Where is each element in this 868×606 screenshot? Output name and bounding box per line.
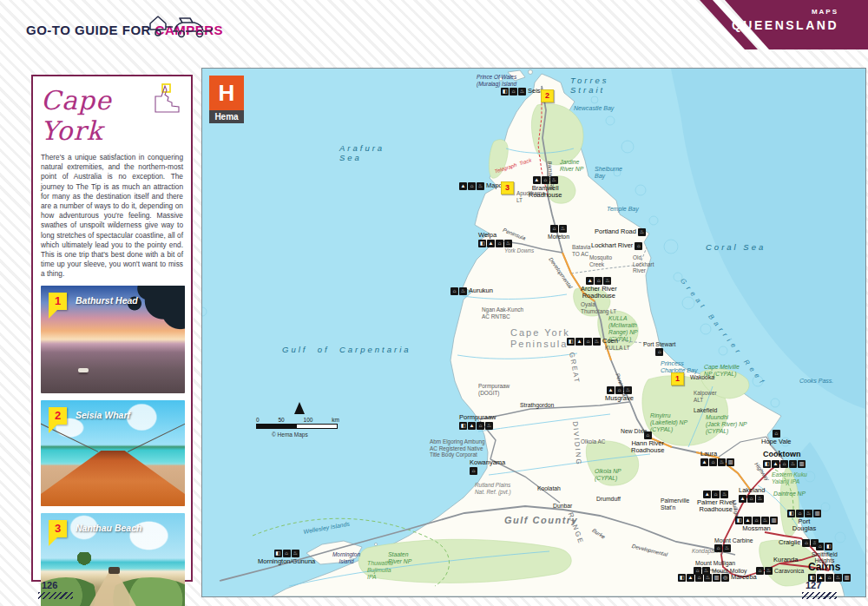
picnic-icon: ♨ bbox=[834, 574, 842, 582]
map-highlight-marker: 2 bbox=[541, 89, 554, 102]
map-label: Kalpower ALT bbox=[694, 390, 717, 403]
map-label: Jardine River NP bbox=[560, 159, 583, 173]
map-label: Newcastle Bay bbox=[574, 105, 614, 112]
map-town: Cooktown◧▲⌂♨▥ bbox=[763, 451, 806, 468]
map-label: KULLA LT bbox=[605, 345, 630, 352]
map-label: Olkola AC bbox=[581, 438, 605, 445]
page-number-hatch bbox=[38, 592, 73, 599]
caravan-icon: ⌂ bbox=[550, 225, 558, 233]
map-town: ◧▲⌂♨▥◎Mareeba bbox=[678, 574, 757, 582]
town-label: Laura bbox=[700, 451, 717, 458]
map-label: Developmental bbox=[631, 543, 668, 557]
page-title-prefix: GO-TO GUIDE FOR bbox=[26, 23, 155, 37]
caravan-icon: ⌂ bbox=[695, 574, 703, 582]
town-label: Mornington/Gununa bbox=[258, 558, 315, 565]
map-town: ◧⌂♨Seisia bbox=[501, 88, 545, 96]
picnic-icon: ♨ bbox=[761, 517, 769, 524]
picnic-icon: ♨ bbox=[704, 574, 712, 582]
poi-icon-row: ◧▲⌂♨▥◎ bbox=[678, 574, 729, 582]
highlight-label: Nanthau Beach bbox=[76, 523, 141, 533]
town-label: Musgrave bbox=[605, 395, 634, 402]
poi-icon-row: ▲⌂♨ bbox=[703, 491, 728, 498]
picnic-icon: ♨ bbox=[702, 567, 710, 575]
picnic-icon: ♨ bbox=[723, 544, 731, 552]
intro-paragraph: There's a unique satisfaction in conquer… bbox=[41, 153, 183, 279]
map-label: Rutland Plains Nat. Ref. (pvt.) bbox=[475, 482, 511, 495]
poi-icon-row: ♨ bbox=[638, 228, 646, 236]
beach-car bbox=[108, 567, 120, 574]
map-label: Telegraph Track bbox=[494, 157, 532, 175]
picnic-icon: ♨ bbox=[720, 491, 728, 498]
town-label: Kowanyama bbox=[470, 459, 505, 466]
sidebar-card: Cape York There's a unique satisfaction … bbox=[31, 75, 193, 582]
fuel-icon: ◧ bbox=[459, 422, 467, 430]
caravan-icon: ⌂ bbox=[756, 567, 764, 575]
map-copyright: © Hema Maps bbox=[272, 431, 360, 438]
poi-icon-row: ▲⌂♨ bbox=[739, 495, 764, 503]
map-label: Prince Of Wales (Muralag) Island bbox=[477, 74, 516, 87]
map-label: Lakefield bbox=[694, 407, 717, 414]
wharf-rail-right bbox=[127, 423, 185, 452]
caravan-icon: ⌂ bbox=[468, 182, 476, 190]
town-label: Mossman bbox=[742, 525, 771, 532]
caravan-icon: ⌂ bbox=[644, 431, 652, 439]
town-label: Lockhart River bbox=[591, 242, 633, 249]
poi-icon-row: ⌂ bbox=[773, 430, 780, 438]
caravan-icon: ⌂ bbox=[816, 543, 824, 550]
map-town: Weipa◧▲⌂♨ bbox=[478, 232, 512, 247]
map-town: Pormpuraaw◧▲⌂♨ bbox=[459, 414, 496, 430]
caravan-icon: ⌂ bbox=[802, 539, 810, 547]
town-label: Palmer River Roadhouse bbox=[697, 499, 734, 514]
map-label: Eastern Kuku Yalanji IPA bbox=[772, 471, 807, 485]
hema-logo-mark: H bbox=[209, 76, 244, 110]
town-label: Cairns bbox=[808, 562, 840, 573]
amenities-icon: ▥ bbox=[798, 460, 806, 468]
map-town: Lockhart River⌂ bbox=[591, 242, 642, 250]
map-label: Wakooka bbox=[690, 374, 714, 381]
highlight-number-badge: 2 bbox=[49, 407, 67, 425]
tent-icon: ▲ bbox=[586, 277, 594, 285]
fuel-icon: ◧ bbox=[501, 88, 509, 96]
fuel-icon: ◧ bbox=[787, 510, 795, 517]
map-label: Cooks Pass. bbox=[799, 378, 833, 385]
map-town: Laura▲⌂♨▥ bbox=[700, 451, 734, 466]
poi-icon-row: ◧▲⌂♨ bbox=[567, 338, 601, 346]
picnic-icon: ♨ bbox=[638, 228, 646, 236]
poi-icon-row: ◧▲⌂♨▥ bbox=[763, 460, 806, 468]
fuel-icon: ◧ bbox=[478, 240, 486, 247]
map-label: Mount Mulligan bbox=[695, 560, 735, 567]
tent-icon: ▲ bbox=[468, 422, 476, 430]
caravan-icon: ⌂ bbox=[595, 277, 602, 285]
map-town: ⌂Hope Vale bbox=[761, 430, 791, 445]
cape-york-map: H Hema 0 50 100 km © Hema Maps Prince Of… bbox=[201, 68, 866, 597]
map-label: Abm Elgoring Ambung AC Registered Native… bbox=[430, 438, 485, 458]
map-label: York Downs bbox=[504, 247, 534, 254]
highlight-number-badge: 1 bbox=[49, 293, 67, 310]
scale-unit: km bbox=[332, 417, 339, 423]
picnic-icon: ♨ bbox=[550, 176, 558, 184]
caravan-icon: ⌂ bbox=[496, 240, 503, 247]
tent-icon: ▲ bbox=[700, 458, 708, 466]
map-label: Muundhi (Jack River) NP (CYPAL) bbox=[706, 414, 747, 435]
tent-icon: ▲ bbox=[703, 491, 711, 498]
amenities-icon: ▥ bbox=[713, 574, 720, 582]
caravan-icon: ⌂ bbox=[542, 176, 549, 184]
map-town: Portland Road♨ bbox=[595, 228, 646, 236]
caravan-icon: ⌂ bbox=[635, 242, 642, 250]
fuel-icon: ◧ bbox=[567, 338, 575, 346]
map-town: ⌂♨Moreton bbox=[548, 225, 569, 240]
poi-icon-row: ▲⌂♨ bbox=[459, 182, 484, 190]
map-label: GREAT bbox=[568, 352, 582, 385]
highlight-label: Seisia Wharf bbox=[76, 410, 130, 420]
info-icon: ◎ bbox=[721, 574, 729, 582]
poi-icon-row: ▲⌂♨ bbox=[586, 277, 611, 285]
poi-icon-row: ⌂ bbox=[635, 242, 642, 250]
page-number-hatch bbox=[802, 592, 837, 599]
poi-icon-row: ◧⌂♨ bbox=[501, 88, 526, 96]
poi-icon-row: ⌂ bbox=[655, 348, 663, 356]
caravan-icon: ⌂ bbox=[615, 386, 623, 394]
picnic-icon: ♨ bbox=[756, 495, 764, 503]
town-label: Bramwell Roadhouse bbox=[529, 185, 562, 200]
town-label: Weipa bbox=[478, 232, 496, 239]
map-label: Staaten River NP bbox=[388, 551, 411, 565]
